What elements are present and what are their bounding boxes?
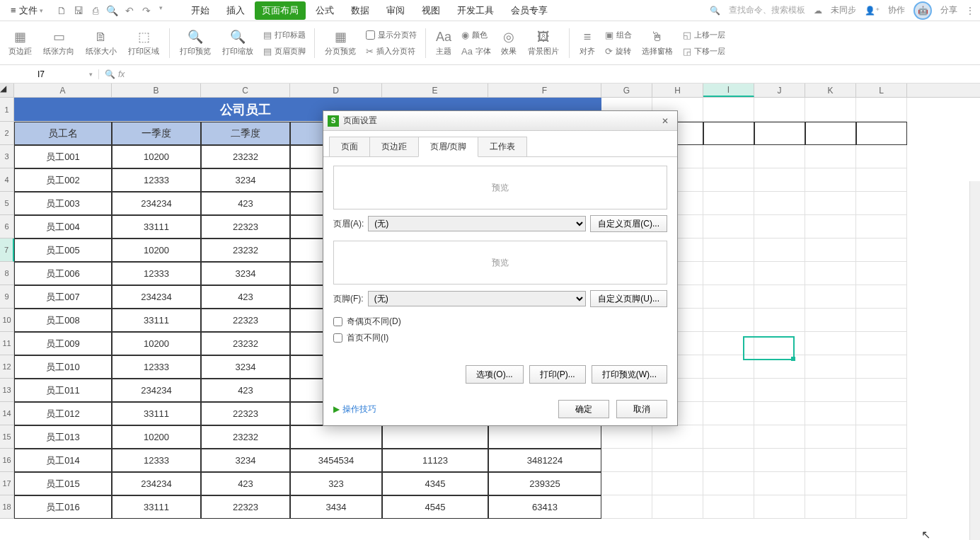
cell[interactable]	[856, 145, 907, 168]
row-header[interactable]: 1	[0, 98, 14, 122]
cell[interactable]: 10200	[112, 239, 201, 262]
cell[interactable]	[805, 449, 856, 472]
cell[interactable]	[754, 402, 805, 425]
effect-button[interactable]: ◎效果	[497, 25, 521, 62]
cell[interactable]	[703, 285, 754, 309]
cell[interactable]	[856, 449, 907, 472]
checkbox[interactable]	[366, 30, 375, 40]
cell[interactable]: 423	[201, 192, 290, 215]
cell[interactable]	[805, 309, 856, 332]
cell[interactable]: 3234	[201, 449, 290, 472]
cell[interactable]	[805, 285, 856, 309]
row-header[interactable]: 9	[0, 285, 14, 309]
cell[interactable]: 员工013	[14, 425, 112, 449]
row-header[interactable]: 10	[0, 309, 14, 332]
cell[interactable]: 3234	[201, 168, 290, 192]
cell[interactable]	[703, 239, 754, 262]
cell[interactable]	[703, 98, 754, 122]
cell[interactable]	[754, 379, 805, 402]
tab-data[interactable]: 数据	[344, 1, 376, 20]
column-header[interactable]: B	[112, 84, 201, 97]
theme-button[interactable]: Aa主题	[432, 25, 456, 62]
cell[interactable]	[754, 309, 805, 332]
cell[interactable]	[382, 425, 488, 449]
cell[interactable]	[754, 495, 805, 519]
row-header[interactable]: 12	[0, 355, 14, 379]
tab-devtools[interactable]: 开发工具	[450, 1, 501, 20]
cell[interactable]: 423	[201, 472, 290, 495]
cell[interactable]: 10200	[112, 425, 201, 449]
column-header[interactable]: D	[290, 84, 382, 97]
cell[interactable]	[856, 285, 907, 309]
cell[interactable]: 22323	[201, 215, 290, 239]
break-preview-button[interactable]: ▦分页预览	[321, 25, 360, 62]
cell[interactable]	[703, 495, 754, 519]
cell[interactable]	[703, 215, 754, 239]
row-header[interactable]: 5	[0, 192, 14, 215]
cell[interactable]: 63413	[488, 495, 601, 519]
column-header[interactable]: H	[652, 84, 703, 97]
unsync-label[interactable]: 未同步	[831, 4, 856, 16]
name-box[interactable]: ▾	[0, 69, 99, 79]
cell[interactable]	[703, 332, 754, 355]
font-button[interactable]: Aa字体	[459, 45, 494, 58]
cell[interactable]: 员工009	[14, 332, 112, 355]
paper-size-button[interactable]: 🗎纸张大小	[81, 25, 121, 62]
cell[interactable]	[805, 495, 856, 519]
cell[interactable]	[805, 168, 856, 192]
cell[interactable]	[856, 402, 907, 425]
cell[interactable]: 33111	[112, 215, 201, 239]
header-select[interactable]: (无)	[368, 216, 586, 231]
cell[interactable]	[601, 425, 652, 449]
cell[interactable]	[754, 168, 805, 192]
cell[interactable]: 员工015	[14, 472, 112, 495]
cell[interactable]: 员工006	[14, 262, 112, 285]
preview-icon[interactable]: 🔍	[106, 4, 119, 17]
cell[interactable]: 3481224	[488, 449, 601, 472]
cell[interactable]	[856, 122, 907, 145]
dialog-tab-page[interactable]: 页面	[329, 137, 370, 157]
row-header[interactable]: 7	[0, 239, 14, 262]
footer-select[interactable]: (无)	[368, 291, 587, 306]
cell[interactable]: 33111	[112, 495, 201, 519]
cell[interactable]: 239325	[488, 472, 601, 495]
cell[interactable]: 一季度	[112, 122, 201, 145]
cell[interactable]	[754, 98, 805, 122]
cell[interactable]	[488, 425, 601, 449]
share-label[interactable]: 分享	[940, 4, 957, 16]
checkbox[interactable]	[333, 333, 342, 343]
cell[interactable]	[856, 472, 907, 495]
cell[interactable]	[703, 379, 754, 402]
cell[interactable]	[805, 122, 856, 145]
chevron-down-icon[interactable]: ▾	[89, 71, 93, 78]
cell[interactable]	[703, 192, 754, 215]
cell[interactable]	[805, 355, 856, 379]
print-button[interactable]: 打印(P)...	[529, 365, 586, 384]
custom-header-button[interactable]: 自定义页眉(C)...	[590, 215, 667, 232]
tab-view[interactable]: 视图	[415, 1, 447, 20]
cell[interactable]	[805, 215, 856, 239]
cell[interactable]: 二季度	[201, 122, 290, 145]
scrollbar-vertical[interactable]	[969, 181, 980, 540]
cell[interactable]	[703, 145, 754, 168]
align-button[interactable]: ≡对齐	[575, 25, 599, 62]
cell[interactable]	[805, 402, 856, 425]
column-header[interactable]: G	[601, 84, 652, 97]
margins-button[interactable]: ▦页边距	[4, 25, 36, 62]
tips-link[interactable]: ▶操作技巧	[333, 403, 376, 415]
cell[interactable]	[856, 495, 907, 519]
row-header[interactable]: 11	[0, 332, 14, 355]
cell[interactable]	[754, 449, 805, 472]
cell[interactable]: 3454534	[290, 449, 382, 472]
header-footer-button[interactable]: ▤页眉页脚	[260, 45, 309, 58]
cell[interactable]	[856, 379, 907, 402]
cell[interactable]	[805, 262, 856, 285]
cell[interactable]	[805, 192, 856, 215]
cell[interactable]: 423	[201, 285, 290, 309]
new-icon[interactable]: 🗋	[55, 4, 68, 17]
row-header[interactable]: 16	[0, 449, 14, 472]
cell[interactable]: 22323	[201, 495, 290, 519]
group-button[interactable]: ▣组合	[602, 28, 635, 42]
selection-pane-button[interactable]: 🖱选择窗格	[638, 25, 677, 62]
cell[interactable]: 33111	[112, 402, 201, 425]
